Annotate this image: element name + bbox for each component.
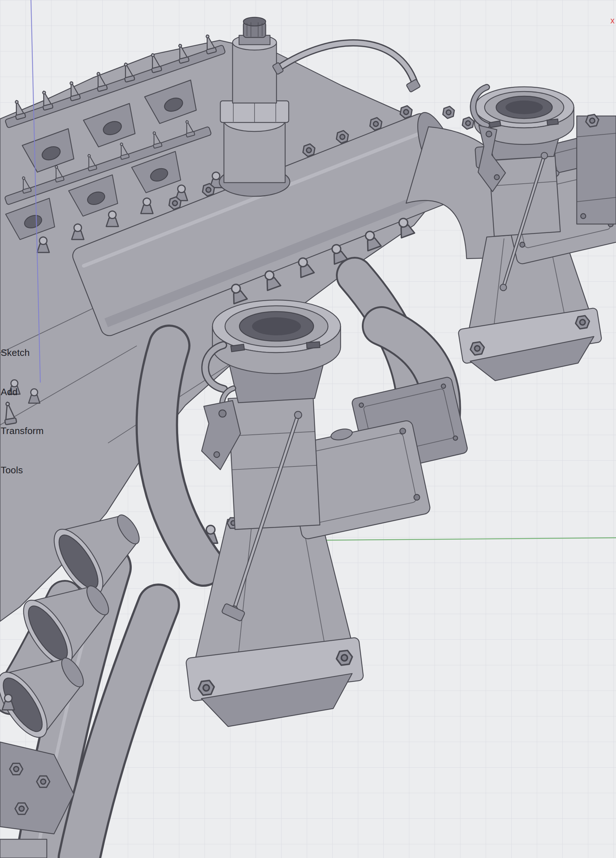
model-canvas[interactable]: [0, 0, 616, 858]
menu-item-transform[interactable]: Transform: [1, 425, 43, 437]
x-axis-label: x: [611, 16, 615, 26]
menu-item-sketch[interactable]: Sketch: [1, 347, 30, 358]
menu-item-add[interactable]: Add: [1, 387, 18, 398]
menu-item-tools[interactable]: Tools: [1, 465, 23, 476]
cad-viewport[interactable]: Sketch Add Transform Tools x: [0, 0, 616, 858]
